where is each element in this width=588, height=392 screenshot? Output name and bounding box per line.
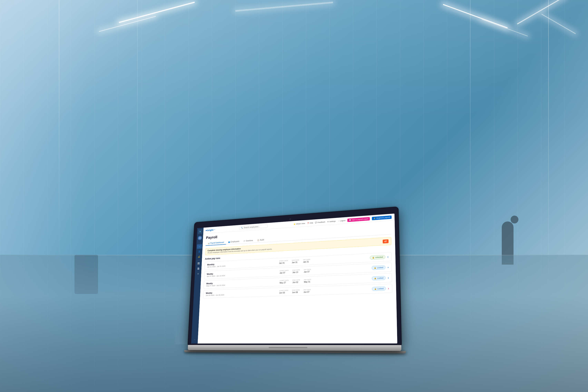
sidebar-item-reports[interactable]: 📊 xyxy=(196,261,201,266)
talk-to-expert-icon: 💬 xyxy=(349,219,351,221)
status-badge-weekly-3: 🔒 Locked xyxy=(372,286,386,291)
sidebar-item-home[interactable]: ⌂ xyxy=(197,244,202,249)
brand-logo: bright ™ xyxy=(206,228,215,232)
start-date-label-weekly-3: Start date xyxy=(279,290,288,292)
start-date-value-weekly-1: Jan 07 xyxy=(280,272,289,274)
pay-date-value-weekly-2: May 31 xyxy=(304,281,311,283)
status-label-weekly-1: Locked xyxy=(377,266,383,269)
feedback-link[interactable]: 💬 Feedback xyxy=(315,221,325,224)
pay-run-dates-weekly-1: Jan 07 2024 - Jan 13 2024 xyxy=(206,275,225,277)
lock-icon-weekly-2: 🔒 xyxy=(374,277,376,279)
pay-run-right-monthly: 🔓 Unlocked › xyxy=(370,255,388,260)
tab-overtime-icon: ⏱ xyxy=(244,240,245,242)
end-date-col-monthly: End date Jan 31 xyxy=(292,259,300,264)
pay-run-left-weekly-2: Weekly May 27 2024 - Jun 02 2024 xyxy=(206,282,225,287)
pay-date-value-weekly-1: Jan 07 xyxy=(304,271,311,273)
feedback-icon: 💬 xyxy=(315,222,317,224)
tab-employees[interactable]: 👥 Employees xyxy=(226,239,242,244)
pay-date-label-weekly-1: Pay date xyxy=(304,268,311,270)
start-date-col-weekly-3: Start date Jun 03 xyxy=(279,290,288,294)
sidebar-item-documents[interactable]: 📄 xyxy=(196,266,201,271)
whats-new-icon: ⭐ xyxy=(294,223,296,225)
help-link[interactable]: ❓ Help xyxy=(307,222,313,224)
bright-payroll-label: BrightOS payroll xyxy=(376,216,390,219)
brand-dot xyxy=(206,230,207,231)
start-date-label-weekly-2: Start date xyxy=(280,280,289,282)
pay-run-middle-weekly-3: Start date Jun 03 End date Jun 09 Pay da… xyxy=(279,289,311,294)
status-badge-monthly: 🔓 Unlocked xyxy=(370,255,385,260)
tab-audit-icon: 📋 xyxy=(257,239,259,241)
pay-date-label-weekly-3: Pay date xyxy=(304,289,311,291)
top-nav-center: 🔍 xyxy=(239,224,268,230)
tab-audit[interactable]: 📋 Audit xyxy=(255,238,266,243)
pay-run-middle-monthly: Start date Jan 01 End date Jan 31 Pay da… xyxy=(279,258,310,264)
app-container: b JD ⌂ 👤 💰 📊 xyxy=(191,214,397,344)
logout-icon: → xyxy=(194,338,196,341)
end-date-label-weekly-2: End date xyxy=(292,279,300,281)
logout-nav-link[interactable]: → Logout xyxy=(338,220,345,222)
brand-name: bright xyxy=(207,228,214,232)
logout-nav-label: Logout xyxy=(340,220,345,222)
bright-payroll-icon: ⚡ xyxy=(374,217,376,219)
user-avatar: JD xyxy=(198,236,202,240)
tab-payroll-dashboard[interactable]: 📊 Payroll dashboard xyxy=(206,240,226,246)
reports-icon: 📊 xyxy=(197,262,200,265)
home-icon: ⌂ xyxy=(199,245,200,248)
pay-date-value-monthly: Jan 31 xyxy=(303,261,310,263)
sidebar-item-logout[interactable]: → xyxy=(192,337,197,342)
brand-tm: ™ xyxy=(214,229,215,230)
whats-new-link[interactable]: ⭐ What's New xyxy=(294,222,305,225)
pay-run-name-weekly-3: Weekly xyxy=(206,292,224,294)
status-label-monthly: Unlocked xyxy=(375,256,383,258)
logout-nav-icon: → xyxy=(338,220,339,222)
chevron-weekly-3: › xyxy=(388,287,389,290)
end-date-col-weekly-2: End date Jun 02 xyxy=(292,279,300,284)
light-strip-5 xyxy=(236,2,333,12)
end-date-col-weekly-3: End date Jun 09 xyxy=(292,289,300,294)
pay-date-col-monthly: Pay date Jan 31 xyxy=(303,258,310,263)
laptop-camera xyxy=(289,218,291,220)
pay-run-right-weekly-2: 🔒 Locked › xyxy=(372,276,389,280)
tab-dashboard-icon: 📊 xyxy=(208,242,210,244)
laptop-screen-bezel: b JD ⌂ 👤 💰 📊 xyxy=(188,207,401,345)
alert-badge[interactable]: 47 xyxy=(382,239,388,244)
sidebar-divider-1 xyxy=(198,243,201,244)
sidebar-item-settings[interactable]: ⚙ xyxy=(196,272,201,276)
search-box[interactable]: 🔍 xyxy=(239,224,268,230)
sidebar-item-employees[interactable]: 👤 xyxy=(196,249,202,254)
start-date-col-monthly: Start date Jan 01 xyxy=(279,260,288,264)
pay-run-middle-weekly-2: Start date May 27 End date Jun 02 Pay da… xyxy=(280,279,311,284)
pay-run-right-weekly-1: 🔒 Locked › xyxy=(372,266,388,270)
start-date-label-weekly-1: Start date xyxy=(280,270,289,272)
light-strip-1 xyxy=(119,2,195,23)
ceiling-lights xyxy=(0,0,588,78)
start-date-value-weekly-3: Jun 03 xyxy=(279,292,288,294)
whats-new-label: What's New xyxy=(296,222,305,225)
talk-to-expert-button[interactable]: 💬 Talk to payroll expert xyxy=(347,217,370,222)
pay-date-label-weekly-2: Pay date xyxy=(304,279,311,281)
settings-nav-link[interactable]: ⚙ Settings xyxy=(327,220,336,222)
search-input[interactable] xyxy=(244,225,266,229)
sidebar-divider-2 xyxy=(197,260,200,260)
help-icon: ❓ xyxy=(307,222,309,224)
start-date-value-monthly: Jan 01 xyxy=(279,262,288,264)
glass-divider-1 xyxy=(59,0,60,274)
feedback-label: Feedback xyxy=(318,221,325,223)
start-date-value-weekly-2: May 27 xyxy=(280,282,289,284)
lock-icon-weekly-1: 🔒 xyxy=(374,267,376,269)
chevron-weekly-1: › xyxy=(388,266,389,269)
tab-overtime[interactable]: ⏱ Overtime xyxy=(241,238,255,244)
start-date-label-monthly: Start date xyxy=(279,260,288,262)
light-strip-3 xyxy=(443,4,508,28)
end-date-value-monthly: Jan 31 xyxy=(292,261,300,264)
pay-date-label-monthly: Pay date xyxy=(303,258,310,260)
search-icon: 🔍 xyxy=(241,227,243,229)
pay-run-right-weekly-3: 🔒 Locked › xyxy=(372,286,389,291)
alert-content: Complete missing employee information Al… xyxy=(207,246,272,254)
status-badge-weekly-2: 🔒 Locked xyxy=(372,276,386,280)
pay-run-dates-weekly-3: Jun 03 2024 - Jun 09 2024 xyxy=(206,294,224,296)
sidebar-item-payroll[interactable]: 💰 xyxy=(196,254,202,259)
end-date-value-weekly-2: Jun 02 xyxy=(292,281,300,284)
pay-run-left-weekly-3: Weekly Jun 03 2024 - Jun 09 2024 xyxy=(206,292,224,296)
bright-payroll-button[interactable]: ⚡ BrightOS payroll xyxy=(372,216,392,220)
